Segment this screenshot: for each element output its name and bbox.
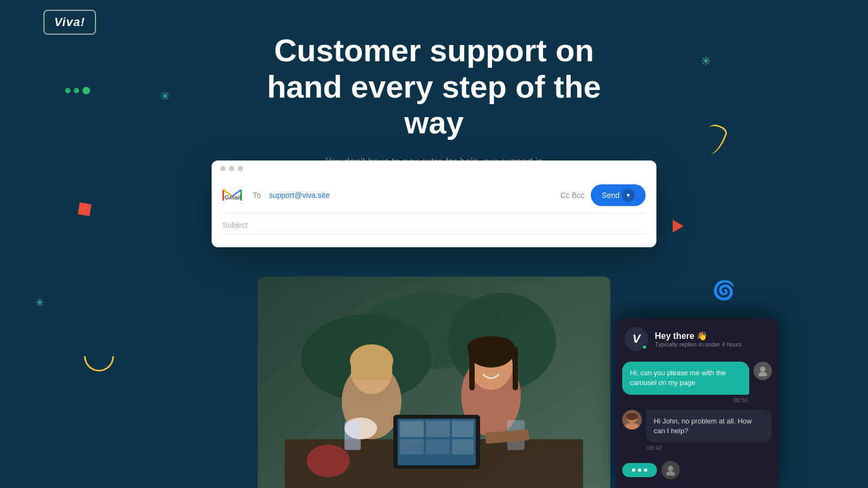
hero-title: Customer support on hand every step of t… — [244, 33, 624, 141]
typing-dot-2 — [638, 468, 641, 472]
chat-input-avatar-icon — [665, 465, 676, 476]
svg-rect-21 — [400, 421, 424, 437]
gmail-header-row: Gmail To support@viva.site Cc Bcc Send ▾ — [222, 178, 646, 213]
svg-point-36 — [626, 413, 638, 420]
svg-rect-1 — [222, 190, 224, 201]
chat-header-info: Hey there 👋 Typically replies in under 4… — [655, 331, 742, 348]
svg-point-32 — [760, 367, 765, 372]
svg-point-38 — [666, 471, 675, 476]
svg-point-18 — [467, 336, 515, 358]
chat-typing-button[interactable] — [622, 463, 657, 477]
support-message-row: Hi John, no problem at all. How can I he… — [622, 410, 772, 442]
chat-widget: V Hey there 👋 Typically replies in under… — [616, 318, 778, 488]
svg-rect-22 — [426, 421, 450, 437]
svg-rect-17 — [513, 347, 518, 390]
titlebar-dot-1 — [220, 166, 226, 171]
typing-dot-1 — [632, 468, 635, 472]
titlebar-dot-2 — [229, 166, 234, 171]
gmail-logo-icon: Gmail — [222, 188, 242, 203]
user-message-row: Hi, can you please me with the carousel … — [622, 362, 772, 394]
chat-header: V Hey there 👋 Typically replies in under… — [616, 318, 778, 357]
gmail-send-label: Send — [602, 191, 620, 200]
support-avatar — [622, 410, 642, 429]
user-chat-bubble: Hi, can you please me with the carousel … — [622, 362, 749, 394]
gmail-card: Gmail To support@viva.site Cc Bcc Send ▾… — [212, 160, 656, 247]
support-avatar-icon — [622, 410, 642, 429]
support-photo — [258, 277, 610, 488]
user-avatar-icon — [757, 365, 768, 376]
user-avatar-chat — [754, 362, 772, 380]
svg-rect-25 — [426, 439, 450, 454]
people-illustration — [258, 277, 610, 488]
svg-point-33 — [758, 372, 767, 376]
gmail-subject-placeholder[interactable]: Subject — [222, 221, 248, 229]
titlebar-dot-3 — [238, 166, 243, 171]
gmail-actions: Cc Bcc Send ▾ — [560, 184, 646, 206]
user-message-time: 08:56 — [622, 397, 772, 403]
deco-star-bottom-icon: ✳ — [35, 296, 44, 309]
gmail-logo: Gmail — [222, 188, 242, 203]
svg-point-31 — [307, 445, 350, 477]
gmail-cc-bcc[interactable]: Cc Bcc — [560, 191, 584, 200]
chat-agent-name: Hey there 👋 — [655, 331, 742, 341]
gmail-titlebar — [212, 160, 656, 175]
gmail-send-arrow-icon: ▾ — [622, 189, 635, 202]
deco-arc-icon — [84, 356, 114, 371]
gmail-subject-row: Subject — [222, 213, 646, 234]
chat-avatar-letter: V — [633, 332, 641, 346]
chat-online-indicator — [642, 344, 647, 350]
gmail-to-label: To — [253, 191, 269, 200]
svg-point-35 — [624, 423, 640, 429]
photo-overlay — [258, 277, 610, 488]
svg-rect-11 — [351, 358, 392, 380]
svg-rect-23 — [452, 421, 474, 437]
chat-agent-avatar: V — [624, 327, 648, 351]
svg-rect-27 — [344, 423, 361, 450]
deco-triangle-icon — [673, 220, 684, 233]
typing-dot-3 — [644, 468, 647, 472]
deco-rect-red — [78, 202, 91, 216]
chat-messages: Hi, can you please me with the carousel … — [616, 357, 778, 455]
svg-text:Gmail: Gmail — [225, 194, 241, 201]
svg-rect-26 — [452, 439, 474, 454]
support-bubble: Hi John, no problem at all. How can I he… — [646, 410, 772, 442]
chat-user-input-avatar — [661, 461, 680, 479]
deco-spiral-icon: 🌀 — [712, 279, 735, 301]
gmail-send-button[interactable]: Send ▾ — [591, 184, 646, 206]
svg-rect-24 — [400, 439, 424, 454]
gmail-content: Gmail To support@viva.site Cc Bcc Send ▾… — [212, 175, 656, 247]
chat-input-row — [616, 455, 778, 488]
svg-point-28 — [344, 420, 361, 426]
chat-agent-status: Typically replies in under 4 hours — [655, 341, 742, 348]
svg-point-37 — [668, 466, 673, 471]
gmail-to-field[interactable]: support@viva.site — [269, 191, 560, 200]
logo: Viva! — [43, 10, 96, 35]
support-message-time: 09:42 — [622, 445, 772, 451]
